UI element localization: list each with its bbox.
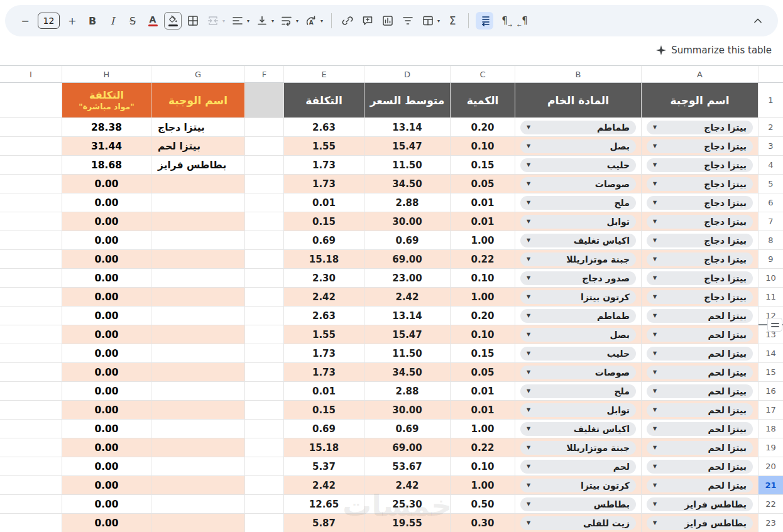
cell-F22[interactable] bbox=[245, 495, 284, 514]
cell-D18[interactable]: 0.69 bbox=[364, 420, 451, 438]
dropdown-chip[interactable]: ▼لحم bbox=[520, 460, 636, 474]
cell-C21[interactable]: 1.00 bbox=[451, 476, 515, 495]
cell-H10[interactable]: 0.00 bbox=[62, 269, 151, 288]
cell-B20[interactable]: ▼لحم bbox=[515, 457, 642, 476]
cell-E5[interactable]: 1.73 bbox=[284, 175, 364, 193]
row-header-19[interactable]: 19 bbox=[758, 438, 783, 457]
cell-F23[interactable] bbox=[245, 514, 284, 532]
text-wrap-caret-icon[interactable]: ▾ bbox=[296, 18, 298, 24]
text-color-button[interactable]: A bbox=[144, 12, 162, 30]
cell-A5[interactable]: ▼بيتزا دجاج bbox=[642, 175, 758, 193]
vertical-align-button[interactable] bbox=[253, 12, 271, 30]
cell-E8[interactable]: 0.69 bbox=[284, 231, 364, 250]
cell-F21[interactable] bbox=[245, 476, 284, 495]
cell-F8[interactable] bbox=[245, 231, 284, 250]
cell-G12[interactable] bbox=[151, 307, 245, 325]
merge-cells-caret-icon[interactable]: ▾ bbox=[222, 18, 225, 24]
cell-C23[interactable]: 0.30 bbox=[451, 514, 515, 532]
cell-A6[interactable]: ▼بيتزا دجاج bbox=[642, 193, 758, 212]
cell-C17[interactable]: 0.01 bbox=[451, 401, 515, 420]
column-header-I[interactable]: I bbox=[0, 66, 62, 82]
row-header-15[interactable]: 15 bbox=[758, 363, 783, 382]
dropdown-chip[interactable]: ▼ملح bbox=[520, 384, 636, 398]
cell-D6[interactable]: 2.88 bbox=[364, 193, 451, 212]
cell-G23[interactable] bbox=[151, 514, 245, 532]
cell-B2[interactable]: ▼طماطم bbox=[515, 118, 642, 137]
cell-H20[interactable]: 0.00 bbox=[62, 457, 151, 476]
cell-G22[interactable] bbox=[151, 495, 245, 514]
cell-H17[interactable]: 0.00 bbox=[62, 401, 151, 420]
cell-I11[interactable] bbox=[0, 288, 62, 307]
dropdown-chip[interactable]: ▼اكياس تغليف bbox=[520, 234, 636, 247]
cell-A13[interactable]: ▼بيتزا لحم bbox=[642, 325, 758, 344]
cell-G13[interactable] bbox=[151, 325, 245, 344]
cell-C20[interactable]: 0.10 bbox=[451, 457, 515, 476]
cell-F16[interactable] bbox=[245, 382, 284, 401]
cell-D2[interactable]: 13.14 bbox=[364, 118, 451, 137]
cell-I17[interactable] bbox=[0, 401, 62, 420]
font-size-increase-button[interactable]: + bbox=[63, 12, 81, 30]
cell-I23[interactable] bbox=[0, 514, 62, 532]
functions-button[interactable]: Σ bbox=[444, 12, 461, 30]
cell-C3[interactable]: 0.10 bbox=[451, 137, 515, 156]
dropdown-chip[interactable]: ▼ملح bbox=[520, 196, 636, 210]
cell-B9[interactable]: ▼جبنة موتزاريللا bbox=[515, 250, 642, 269]
cell-B13[interactable]: ▼بصل bbox=[515, 325, 642, 344]
row-header-16[interactable]: 16 bbox=[758, 382, 783, 401]
column-header-H[interactable]: H bbox=[62, 66, 151, 82]
cell-H4[interactable]: 18.68 bbox=[62, 156, 151, 175]
horizontal-align-caret-icon[interactable]: ▾ bbox=[247, 18, 249, 24]
cell-D12[interactable]: 13.14 bbox=[364, 307, 451, 325]
cell-A16[interactable]: ▼بيتزا لحم bbox=[642, 382, 758, 401]
cell-G16[interactable] bbox=[151, 382, 245, 401]
dropdown-chip[interactable]: ▼بيتزا دجاج bbox=[647, 215, 753, 229]
cell-H14[interactable]: 0.00 bbox=[62, 344, 151, 363]
dropdown-chip[interactable]: ▼طماطم bbox=[520, 309, 636, 323]
row-header-9[interactable]: 9 bbox=[758, 250, 783, 269]
cell-C2[interactable]: 0.20 bbox=[451, 118, 515, 137]
cell-C15[interactable]: 0.05 bbox=[451, 363, 515, 382]
row-header-2[interactable]: 2 bbox=[758, 118, 783, 137]
borders-button[interactable] bbox=[184, 12, 202, 30]
cell-I15[interactable] bbox=[0, 363, 62, 382]
insert-table-caret-icon[interactable]: ▾ bbox=[437, 18, 440, 24]
cell-A9[interactable]: ▼بيتزا دجاج bbox=[642, 250, 758, 269]
cell-F1[interactable] bbox=[245, 83, 284, 118]
cell-I22[interactable] bbox=[0, 495, 62, 514]
row-header-17[interactable]: 17 bbox=[758, 401, 783, 420]
cell-G6[interactable] bbox=[151, 193, 245, 212]
cell-H7[interactable]: 0.00 bbox=[62, 212, 151, 231]
column-header-E[interactable]: E bbox=[284, 66, 364, 82]
cell-H8[interactable]: 0.00 bbox=[62, 231, 151, 250]
cell-B14[interactable]: ▼حليب bbox=[515, 344, 642, 363]
cell-D15[interactable]: 34.50 bbox=[364, 363, 451, 382]
cell-E22[interactable]: 12.65 bbox=[284, 495, 364, 514]
row-header-14[interactable]: 14 bbox=[758, 344, 783, 363]
row-header-8[interactable]: 8 bbox=[758, 231, 783, 250]
cell-E6[interactable]: 0.01 bbox=[284, 193, 364, 212]
column-header-F[interactable]: F bbox=[245, 66, 284, 82]
cell-A23[interactable]: ▼بطاطس فرايز bbox=[642, 514, 758, 532]
cell-B22[interactable]: ▼بطاطس bbox=[515, 495, 642, 514]
cell-E23[interactable]: 5.87 bbox=[284, 514, 364, 532]
cell-D8[interactable]: 0.69 bbox=[364, 231, 451, 250]
cell-E10[interactable]: 2.30 bbox=[284, 269, 364, 288]
cell-G9[interactable] bbox=[151, 250, 245, 269]
cell-B7[interactable]: ▼توابل bbox=[515, 212, 642, 231]
cell-B12[interactable]: ▼طماطم bbox=[515, 307, 642, 325]
dropdown-chip[interactable]: ▼حليب bbox=[520, 158, 636, 172]
text-rotation-button[interactable]: A bbox=[302, 12, 320, 30]
cell-E19[interactable]: 15.18 bbox=[284, 438, 364, 457]
row-header-7[interactable]: 7 bbox=[758, 212, 783, 231]
cell-F9[interactable] bbox=[245, 250, 284, 269]
dropdown-chip[interactable]: ▼بطاطس فرايز bbox=[647, 516, 753, 530]
dropdown-chip[interactable]: ▼بيتزا لحم bbox=[647, 403, 753, 417]
cell-I21[interactable] bbox=[0, 476, 62, 495]
cell-H6[interactable]: 0.00 bbox=[62, 193, 151, 212]
dropdown-chip[interactable]: ▼اكياس تغليف bbox=[520, 422, 636, 436]
dropdown-chip[interactable]: ▼صوصات bbox=[520, 177, 636, 191]
cell-C6[interactable]: 0.01 bbox=[451, 193, 515, 212]
cell-G19[interactable] bbox=[151, 438, 245, 457]
cell-G20[interactable] bbox=[151, 457, 245, 476]
row-header-20[interactable]: 20 bbox=[758, 457, 783, 476]
